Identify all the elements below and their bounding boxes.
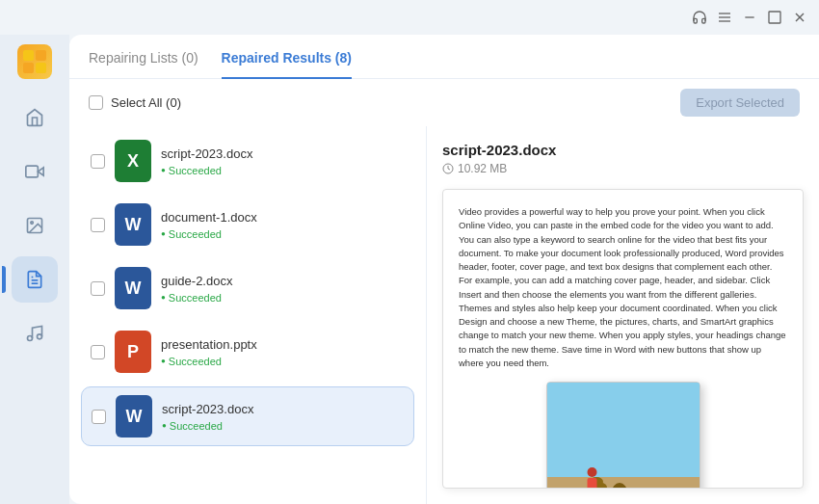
maximize-icon[interactable] [767, 10, 782, 25]
close-icon[interactable] [792, 10, 807, 25]
file-checkbox[interactable] [91, 154, 105, 169]
file-icon-ppt: P [115, 331, 151, 373]
svg-rect-7 [23, 50, 34, 61]
preview-file-size: 10.92 MB [442, 162, 804, 175]
clock-icon [442, 163, 454, 174]
file-name: guide-2.docx [161, 274, 405, 288]
file-icon-excel: X [115, 140, 151, 182]
sidebar-item-home[interactable] [12, 94, 58, 141]
tab-bar: Repairing Lists (0) Repaired Results (8) [69, 35, 819, 79]
tab-repaired[interactable]: Repaired Results (8) [222, 50, 352, 79]
file-name: script-2023.docx [162, 402, 404, 416]
file-name: script-2023.docx [161, 146, 405, 161]
sidebar-item-image[interactable] [12, 202, 58, 249]
title-bar [0, 0, 819, 35]
menu-icon[interactable] [717, 10, 732, 25]
panels: X script-2023.docx Succeeded W document-… [69, 126, 819, 504]
list-item[interactable]: P presentation.pptx Succeeded [81, 323, 414, 381]
svg-point-14 [31, 222, 33, 225]
content-area: Repairing Lists (0) Repaired Results (8)… [69, 35, 819, 504]
file-name: presentation.pptx [161, 337, 405, 352]
file-list: X script-2023.docx Succeeded W document-… [69, 126, 426, 504]
file-status: Succeeded [161, 165, 405, 176]
file-status: Succeeded [161, 292, 405, 304]
person-image [580, 466, 604, 489]
minimize-icon[interactable] [742, 10, 757, 25]
file-status: Succeeded [161, 228, 405, 240]
preview-panel: script-2023.docx 10.92 MB Video provides… [426, 126, 819, 504]
preview-file-name: script-2023.docx [442, 142, 804, 158]
file-icon-word: W [115, 203, 151, 246]
svg-marker-11 [38, 168, 43, 175]
sidebar [0, 35, 69, 504]
tab-repairing[interactable]: Repairing Lists (0) [89, 50, 198, 79]
file-icon-word: W [115, 267, 151, 309]
svg-rect-10 [36, 63, 46, 73]
file-name: document-1.docx [161, 210, 405, 225]
list-item[interactable]: X script-2023.docx Succeeded [81, 132, 414, 190]
list-item[interactable]: W guide-2.docx Succeeded [81, 259, 414, 317]
sidebar-item-document[interactable] [12, 256, 58, 303]
preview-image [546, 382, 700, 489]
svg-rect-8 [36, 50, 46, 61]
preview-text: Video provides a powerful way to help yo… [459, 205, 787, 370]
svg-rect-9 [23, 63, 34, 73]
file-checkbox[interactable] [91, 281, 105, 296]
file-status: Succeeded [162, 420, 404, 432]
preview-document: Video provides a powerful way to help yo… [442, 189, 804, 489]
list-item[interactable]: W script-2023.docx Succeeded [81, 386, 414, 446]
export-selected-button[interactable]: Export Selected [680, 89, 800, 117]
svg-rect-12 [26, 166, 38, 177]
svg-point-23 [612, 483, 627, 489]
headset-icon[interactable] [692, 10, 707, 25]
file-checkbox[interactable] [91, 218, 105, 232]
list-item[interactable]: W document-1.docx Succeeded [81, 196, 414, 253]
svg-point-17 [28, 336, 33, 341]
file-status: Succeeded [161, 356, 405, 367]
select-all-checkbox[interactable] [89, 95, 103, 110]
svg-rect-4 [769, 12, 780, 23]
select-all-label[interactable]: Select All (0) [89, 95, 181, 110]
toolbar: Select All (0) Export Selected [69, 79, 819, 126]
svg-rect-30 [587, 478, 596, 489]
file-icon-word: W [116, 395, 152, 438]
sidebar-item-audio[interactable] [12, 310, 58, 357]
svg-point-18 [38, 334, 42, 339]
app-logo [17, 44, 52, 79]
svg-point-29 [587, 467, 596, 477]
file-checkbox[interactable] [92, 410, 106, 424]
file-checkbox[interactable] [91, 345, 105, 359]
sidebar-item-video[interactable] [12, 148, 58, 195]
